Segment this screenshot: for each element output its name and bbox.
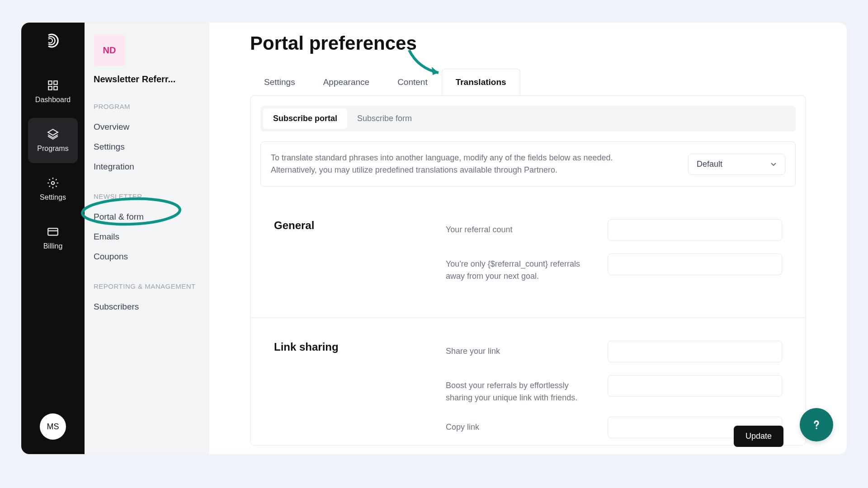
sidebar-settings[interactable]: Settings [94, 137, 200, 157]
sidebar-coupons[interactable]: Coupons [94, 247, 200, 267]
field-copy-label: Copy link [446, 417, 595, 433]
tab-row: Settings Appearance Content Translations [250, 69, 847, 96]
dashboard-icon [47, 80, 59, 91]
sidebar-overview[interactable]: Overview [94, 117, 200, 137]
tab-appearance[interactable]: Appearance [309, 69, 383, 95]
nav-programs-label: Programs [37, 145, 68, 153]
program-name: Newsletter Referr... [94, 74, 200, 84]
field-referral-count-input[interactable] [608, 219, 782, 241]
gear-icon [47, 177, 59, 189]
nav-dashboard[interactable]: Dashboard [28, 69, 78, 114]
field-referral-count-label: Your referral count [446, 219, 595, 236]
svg-rect-6 [48, 228, 58, 235]
group-general: General Your referral count You're only … [250, 197, 806, 318]
content-card: Subscribe portal Subscribe form To trans… [250, 95, 806, 446]
subtab-bar: Subscribe portal Subscribe form [260, 106, 796, 131]
update-button[interactable]: Update [734, 426, 783, 447]
nav-rail: Dashboard Programs Settings Billing MS [21, 23, 85, 454]
svg-point-8 [816, 427, 817, 429]
user-avatar[interactable]: MS [40, 413, 66, 440]
svg-rect-2 [48, 86, 52, 90]
card-icon [47, 226, 59, 238]
section-program-label: PROGRAM [94, 103, 200, 110]
logo-icon [45, 33, 61, 49]
nav-settings-label: Settings [40, 193, 66, 202]
svg-point-5 [52, 182, 55, 185]
field-boost-input[interactable] [608, 375, 782, 397]
section-reporting-label: REPORTING & MANAGEMENT [94, 282, 200, 290]
chevron-down-icon [770, 161, 777, 167]
nav-settings[interactable]: Settings [28, 167, 78, 212]
sidebar-portal-form[interactable]: Portal & form [94, 207, 200, 227]
program-badge: ND [94, 34, 125, 66]
svg-rect-3 [54, 86, 57, 90]
svg-rect-0 [48, 81, 52, 84]
info-text: To translate standard phrases into anoth… [271, 152, 632, 176]
layers-icon [47, 128, 59, 140]
info-card: To translate standard phrases into anoth… [260, 141, 796, 187]
help-icon [809, 418, 824, 432]
subtab-subscribe-form[interactable]: Subscribe form [347, 108, 422, 129]
svg-rect-1 [54, 81, 57, 84]
svg-marker-4 [48, 129, 58, 135]
tab-content[interactable]: Content [383, 69, 442, 95]
field-referral-away-label: You're only {$referral_count} referrals … [446, 253, 595, 282]
main-content: Portal preferences Settings Appearance C… [209, 23, 847, 454]
field-share-label: Share your link [446, 341, 595, 357]
section-newsletter-label: NEWSLETTER [94, 192, 200, 200]
subtab-subscribe-portal[interactable]: Subscribe portal [263, 108, 347, 129]
field-share-input[interactable] [608, 341, 782, 362]
field-boost-label: Boost your referrals by effortlessly sha… [446, 375, 595, 404]
nav-billing[interactable]: Billing [28, 216, 78, 261]
user-initials: MS [47, 422, 59, 432]
nav-billing-label: Billing [43, 242, 63, 250]
tab-translations[interactable]: Translations [442, 69, 520, 95]
group-general-title: General [274, 219, 446, 295]
group-link-sharing-title: Link sharing [274, 341, 446, 445]
field-referral-away-input[interactable] [608, 253, 782, 275]
sidebar-emails[interactable]: Emails [94, 227, 200, 247]
help-button[interactable] [800, 408, 833, 441]
nav-dashboard-label: Dashboard [35, 96, 71, 104]
page-title: Portal preferences [209, 23, 847, 69]
language-select[interactable]: Default [688, 154, 785, 175]
nav-programs[interactable]: Programs [28, 118, 78, 163]
sidebar-integration[interactable]: Integration [94, 157, 200, 177]
tab-settings[interactable]: Settings [250, 69, 309, 95]
language-selected: Default [697, 160, 722, 169]
sidebar-subscribers[interactable]: Subscribers [94, 297, 200, 317]
sidebar: ND Newsletter Referr... PROGRAM Overview… [85, 23, 209, 454]
group-link-sharing: Link sharing Share your link Boost your … [250, 318, 806, 445]
